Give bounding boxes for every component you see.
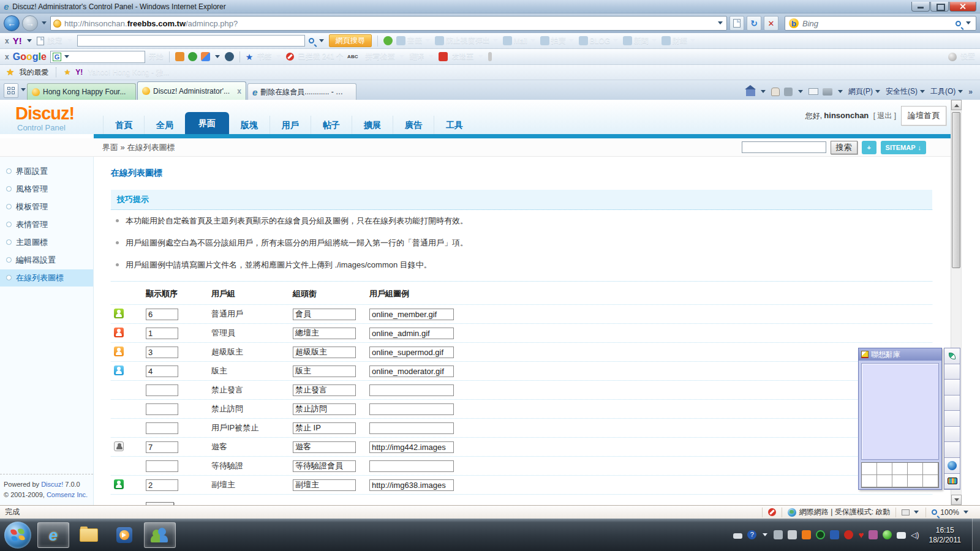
taskbar-ie-button[interactable]: e bbox=[37, 522, 69, 548]
group-title-input[interactable] bbox=[293, 365, 356, 377]
ime-title-bar[interactable]: 聯想辭庫 bbox=[859, 348, 941, 361]
tray-heart-icon[interactable]: ♥ bbox=[858, 530, 864, 539]
discuz-nav-tab[interactable]: 帖子 bbox=[311, 116, 352, 134]
stop-button[interactable]: ✕ bbox=[764, 16, 778, 31]
yahoo-settings-label[interactable]: 設定 bbox=[48, 36, 62, 46]
tray-network-icon[interactable] bbox=[897, 532, 906, 539]
group-title-input[interactable] bbox=[293, 347, 356, 358]
group-image-input[interactable] bbox=[369, 365, 454, 377]
yahoo-toolbar-item[interactable]: BLOG bbox=[579, 36, 619, 45]
rss-feed-icon[interactable] bbox=[784, 88, 793, 96]
display-order-input[interactable] bbox=[146, 441, 178, 453]
google-toolbar-close-button[interactable]: x bbox=[5, 53, 9, 61]
command-menu-item[interactable]: 安全性(S) bbox=[886, 86, 926, 97]
hand-icon[interactable] bbox=[771, 88, 780, 96]
spellcheck-label[interactable]: 拼写检查 bbox=[365, 51, 394, 62]
admin-search-button[interactable]: 搜索 bbox=[831, 141, 858, 154]
browser-tab[interactable]: e 刪除在線會員............ - 。【... bbox=[247, 83, 356, 100]
display-order-input[interactable] bbox=[146, 328, 178, 339]
admin-search-input[interactable] bbox=[742, 141, 826, 153]
yahoo-search-dropdown-icon[interactable] bbox=[319, 39, 324, 45]
group-image-input[interactable] bbox=[369, 328, 454, 339]
group-title-input[interactable] bbox=[293, 441, 356, 453]
display-order-input[interactable] bbox=[146, 384, 178, 396]
sitemap-plus-button[interactable]: + bbox=[862, 141, 876, 154]
ime-keyboard-button[interactable] bbox=[944, 474, 960, 490]
tab-list-dropdown-icon[interactable] bbox=[21, 88, 26, 94]
address-dropdown-icon[interactable] bbox=[718, 21, 723, 27]
tray-blue-app-icon[interactable] bbox=[830, 530, 839, 539]
google-settings-label[interactable]: 设置 bbox=[960, 51, 975, 62]
taskbar-messenger-button[interactable] bbox=[144, 522, 176, 548]
group-title-input[interactable] bbox=[293, 309, 356, 320]
close-button[interactable] bbox=[949, 2, 976, 12]
tray-help-icon[interactable]: ? bbox=[747, 530, 756, 539]
yahoo-toolbar-item[interactable]: 拍賣 bbox=[540, 36, 575, 46]
google-settings-icon[interactable] bbox=[948, 53, 957, 61]
discuz-nav-tab[interactable]: 工具 bbox=[434, 116, 475, 134]
spellcheck-dropdown-icon[interactable] bbox=[399, 55, 404, 61]
group-image-input[interactable] bbox=[369, 460, 454, 472]
group-title-input[interactable] bbox=[293, 403, 356, 415]
sidebar-item[interactable]: 風格管理 bbox=[0, 181, 93, 198]
google-box-dropdown-icon[interactable] bbox=[64, 55, 69, 61]
display-order-input[interactable] bbox=[146, 460, 178, 472]
group-image-input[interactable] bbox=[369, 309, 454, 320]
discuz-nav-tab[interactable]: 廣告 bbox=[393, 116, 434, 134]
google-bookmarks-dropdown-icon[interactable] bbox=[276, 55, 281, 61]
ime-blank-button[interactable] bbox=[944, 427, 960, 443]
minimize-button[interactable] bbox=[911, 2, 930, 12]
send-to-dropdown-icon[interactable] bbox=[478, 55, 483, 61]
translate-label[interactable]: 翻译 bbox=[409, 51, 424, 62]
print-icon[interactable] bbox=[823, 88, 832, 96]
display-order-input[interactable] bbox=[146, 403, 178, 415]
yahoo-search-icon[interactable] bbox=[309, 38, 314, 43]
ime-bubble-button[interactable] bbox=[944, 458, 960, 474]
sidebar-item[interactable]: 主題圖標 bbox=[0, 234, 93, 251]
ime-blank-button[interactable] bbox=[944, 442, 960, 458]
send-to-icon[interactable] bbox=[439, 52, 448, 61]
search-dropdown-icon[interactable] bbox=[966, 21, 971, 27]
bing-search-box[interactable]: b Bing bbox=[785, 16, 976, 31]
home-icon[interactable] bbox=[746, 89, 755, 96]
forward-button[interactable]: → bbox=[22, 15, 38, 31]
start-button[interactable] bbox=[4, 522, 31, 549]
yahoo-settings-dropdown-icon[interactable] bbox=[67, 39, 72, 45]
sidebar-item[interactable]: 界面設置 bbox=[0, 163, 93, 180]
rss-dropdown-icon[interactable] bbox=[798, 90, 803, 96]
mail-icon[interactable] bbox=[809, 88, 818, 95]
sidebar-item[interactable]: 表情管理 bbox=[0, 216, 93, 233]
yahoo-toolbar-item[interactable]: 防止視窗彈出 bbox=[435, 36, 499, 46]
tray-volume-muted-icon[interactable] bbox=[844, 530, 853, 539]
tray-keyboard-icon[interactable] bbox=[733, 533, 742, 539]
tray-green-orb-icon[interactable] bbox=[883, 530, 892, 539]
display-order-input[interactable] bbox=[146, 422, 178, 434]
display-order-input[interactable] bbox=[146, 309, 178, 320]
tray-printer-icon[interactable] bbox=[788, 530, 797, 539]
history-dropdown-icon[interactable] bbox=[42, 21, 47, 27]
add-favorite-icon[interactable]: ★ bbox=[64, 68, 70, 77]
tray-ime-tool-icon[interactable] bbox=[774, 530, 783, 539]
ime-blank-button[interactable] bbox=[944, 395, 960, 411]
google-apps-icon[interactable] bbox=[201, 52, 210, 61]
display-order-input[interactable] bbox=[146, 365, 178, 377]
yahoo-toolbar-item[interactable]: Mail bbox=[503, 36, 537, 45]
sidebar-item[interactable]: 模板管理 bbox=[0, 198, 93, 216]
discuz-nav-tab[interactable]: 用戶 bbox=[270, 116, 311, 134]
command-menu-item[interactable]: 工具(O) bbox=[930, 86, 964, 97]
group-image-input[interactable] bbox=[369, 422, 454, 434]
ime-key-grid[interactable] bbox=[861, 462, 939, 488]
group-image-input[interactable] bbox=[369, 403, 454, 415]
forum-home-button[interactable]: 論壇首頁 bbox=[901, 106, 946, 126]
google-bookmarks-label[interactable]: 书签 bbox=[257, 51, 271, 62]
tray-overflow-icon[interactable] bbox=[763, 533, 767, 539]
tray-purple-app-icon[interactable] bbox=[869, 530, 878, 539]
search-icon[interactable] bbox=[956, 21, 961, 26]
popup-blocked-status[interactable] bbox=[762, 508, 782, 517]
compatibility-view-button[interactable] bbox=[729, 16, 744, 31]
taskbar-explorer-button[interactable] bbox=[73, 522, 105, 548]
group-title-input[interactable] bbox=[293, 384, 356, 396]
ime-blank-button[interactable] bbox=[944, 380, 960, 395]
favorite-link-yahoo-hk[interactable]: Yahoo! Hong Kong - 雅... bbox=[88, 67, 169, 78]
group-title-input[interactable] bbox=[293, 422, 356, 434]
